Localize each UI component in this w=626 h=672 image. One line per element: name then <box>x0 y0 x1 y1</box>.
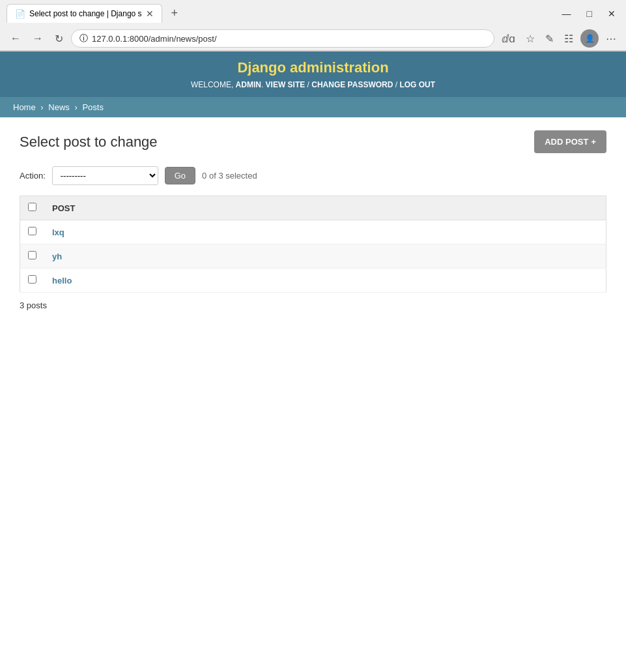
select-all-col <box>20 196 45 220</box>
action-bar: Action: --------- Delete selected posts … <box>20 166 606 185</box>
security-icon: ⓘ <box>79 33 88 44</box>
translate-icon[interactable]: ⅆɑ <box>498 31 519 47</box>
table-row: hello <box>20 269 606 293</box>
django-content: Select post to change ADD POST + Action:… <box>0 117 626 323</box>
address-bar[interactable]: ⓘ 127.0.0.1:8000/admin/news/post/ <box>71 29 494 48</box>
row-checkbox-cell <box>20 244 45 269</box>
row-checkbox[interactable] <box>28 227 36 235</box>
add-post-label: ADD POST <box>545 137 588 147</box>
window-controls: — □ ✕ <box>558 7 619 20</box>
row-checkbox-cell <box>20 269 45 293</box>
welcome-prefix: WELCOME, <box>191 80 236 89</box>
post-link[interactable]: hello <box>52 276 72 285</box>
view-site-link[interactable]: VIEW SITE <box>266 80 306 89</box>
url-text: 127.0.0.1:8000/admin/news/post/ <box>92 34 486 44</box>
select-all-checkbox[interactable] <box>28 203 36 211</box>
breadcrumb-sep2: › <box>74 102 77 112</box>
row-checkbox[interactable] <box>28 251 36 259</box>
close-button[interactable]: ✕ <box>604 7 619 20</box>
tab-title: Select post to change | Django s <box>29 9 142 18</box>
browser-actions: ⅆɑ ☆ ✎ ☷ 👤 ⋯ <box>498 29 619 48</box>
table-header-row: POST <box>20 196 606 220</box>
site-title: Django administration <box>13 59 613 76</box>
reading-list-icon[interactable]: ✎ <box>542 31 557 47</box>
header-nav: WELCOME, ADMIN. VIEW SITE / CHANGE PASSW… <box>13 80 613 89</box>
collections-icon[interactable]: ☷ <box>561 31 576 47</box>
breadcrumb: Home › News › Posts <box>0 97 626 117</box>
browser-tab[interactable]: 📄 Select post to change | Django s ✕ <box>7 4 162 23</box>
django-header: Django administration WELCOME, ADMIN. VI… <box>0 51 626 97</box>
back-button[interactable]: ← <box>7 30 25 47</box>
browser-title-bar: 📄 Select post to change | Django s ✕ + —… <box>0 0 626 27</box>
add-icon: + <box>591 137 596 147</box>
log-out-link[interactable]: LOG OUT <box>399 80 435 89</box>
forward-button[interactable]: → <box>29 30 47 47</box>
action-label: Action: <box>20 171 46 181</box>
change-password-link[interactable]: CHANGE PASSWORD <box>311 80 393 89</box>
post-count: 3 posts <box>20 300 606 310</box>
post-link[interactable]: yh <box>52 252 62 261</box>
row-checkbox-cell <box>20 220 45 244</box>
post-table: POST lxq yh hello <box>20 196 606 293</box>
favorites-icon[interactable]: ☆ <box>522 31 538 47</box>
minimize-button[interactable]: — <box>558 7 575 20</box>
add-post-button[interactable]: ADD POST + <box>534 130 606 153</box>
browser-addressbar: ← → ↻ ⓘ 127.0.0.1:8000/admin/news/post/ … <box>0 27 626 51</box>
tab-icon: 📄 <box>15 9 25 19</box>
row-post-name: hello <box>44 269 606 293</box>
post-column-header: POST <box>44 196 606 220</box>
selected-count: 0 of 3 selected <box>202 171 257 181</box>
row-post-name: lxq <box>44 220 606 244</box>
action-select[interactable]: --------- Delete selected posts <box>52 166 158 185</box>
breadcrumb-posts: Posts <box>82 102 104 112</box>
go-button[interactable]: Go <box>165 167 195 184</box>
admin-link[interactable]: ADMIN <box>236 80 261 89</box>
maximize-button[interactable]: □ <box>583 7 596 20</box>
content-header: Select post to change ADD POST + <box>20 130 606 153</box>
breadcrumb-sep1: › <box>40 102 43 112</box>
table-row: lxq <box>20 220 606 244</box>
row-checkbox[interactable] <box>28 275 36 284</box>
table-row: yh <box>20 244 606 269</box>
browser-chrome: 📄 Select post to change | Django s ✕ + —… <box>0 0 626 51</box>
breadcrumb-home[interactable]: Home <box>13 102 36 112</box>
page-title: Select post to change <box>20 134 158 151</box>
avatar[interactable]: 👤 <box>580 29 599 48</box>
breadcrumb-news[interactable]: News <box>48 102 70 112</box>
post-col-label: POST <box>52 203 75 213</box>
reload-button[interactable]: ↻ <box>51 30 67 48</box>
new-tab-button[interactable]: + <box>167 5 182 22</box>
more-icon[interactable]: ⋯ <box>603 31 619 47</box>
row-post-name: yh <box>44 244 606 269</box>
post-link[interactable]: lxq <box>52 227 64 237</box>
tab-close-icon[interactable]: ✕ <box>146 8 154 19</box>
